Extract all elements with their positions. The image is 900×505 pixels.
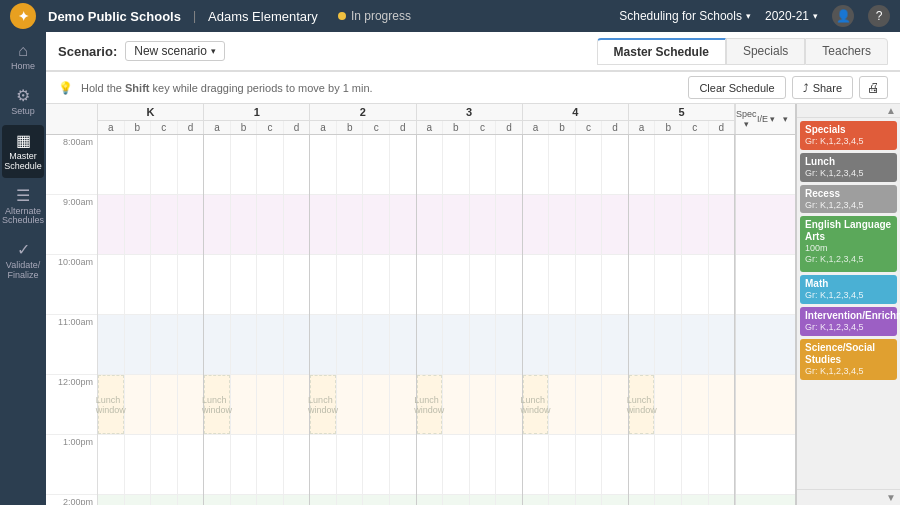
special-card-science-title: Science/Social Studies (805, 342, 892, 366)
grade-name-1: 1 (204, 104, 309, 121)
specials-panel-scroll-down[interactable]: ▼ (797, 489, 900, 505)
year-chevron-icon: ▾ (813, 11, 818, 21)
validate-icon: ✓ (17, 240, 30, 259)
scenario-chevron-icon: ▾ (211, 46, 216, 56)
scenario-label: Scenario: (58, 44, 117, 59)
special-card-math-sub: Gr: K,1,2,3,4,5 (805, 290, 892, 301)
user-icon[interactable]: 👤 (832, 5, 854, 27)
schedule-area: K a b c d 1 a (46, 104, 900, 505)
specials-cards-list: Specials Gr: K,1,2,3,4,5 Lunch Gr: K,1,2… (797, 118, 900, 489)
grade-cols-5: Lunch window (629, 135, 735, 505)
status-text: In progress (351, 9, 411, 23)
sidebar-label-setup: Setup (11, 107, 35, 117)
5-col-c: c (682, 121, 709, 134)
2-col-b: b (337, 121, 364, 134)
tab-teachers[interactable]: Teachers (805, 38, 888, 65)
toolbar-right: Clear Schedule ⤴ Share 🖨 (688, 76, 888, 99)
clear-schedule-button[interactable]: Clear Schedule (688, 76, 785, 99)
tab-master-schedule[interactable]: Master Schedule (597, 38, 726, 65)
scenario-dropdown[interactable]: New scenario ▾ (125, 41, 225, 61)
special-card-intervention-title: Intervention/Enrichment (805, 310, 892, 322)
special-card-intervention-sub: Gr: K,1,2,3,4,5 (805, 322, 892, 333)
grade-name-3: 3 (417, 104, 522, 121)
special-card-ela-duration: 100m (805, 243, 892, 254)
2-col-a: a (310, 121, 337, 134)
special-card-specials[interactable]: Specials Gr: K,1,2,3,4,5 (800, 121, 897, 150)
1-col-d: d (284, 121, 310, 134)
share-button[interactable]: ⤴ Share (792, 76, 853, 99)
special-card-intervention[interactable]: Intervention/Enrichment Gr: K,1,2,3,4,5 (800, 307, 897, 336)
tab-specials[interactable]: Specials (726, 38, 805, 65)
print-button[interactable]: 🖨 (859, 76, 888, 99)
special-card-ela-title: English Language Arts (805, 219, 892, 243)
special-card-lunch-sub: Gr: K,1,2,3,4,5 (805, 168, 892, 179)
specials-panel: ▲ Specials Gr: K,1,2,3,4,5 Lunch Gr: K,1… (795, 104, 900, 505)
status-dot (338, 12, 346, 20)
grade-cols-3: Lunch window (417, 135, 523, 505)
sidebar-item-validate[interactable]: ✓ Validate/Finalize (2, 234, 44, 287)
special-card-science[interactable]: Science/Social Studies Gr: K,1,2,3,4,5 (800, 339, 897, 380)
spec-col-label[interactable]: Spec ▾ (736, 109, 757, 129)
3-col-b: b (443, 121, 470, 134)
4-col-b: b (549, 121, 576, 134)
ie-col-label[interactable]: I/E ▾ (757, 114, 776, 124)
help-icon[interactable]: ? (868, 5, 890, 27)
time-label-900: 9:00am (46, 195, 97, 255)
k-col-d-cells[interactable] (178, 135, 204, 505)
scheduling-dropdown[interactable]: Scheduling for Schools ▾ (619, 9, 751, 23)
toolbar: 💡 Hold the Shift key while dragging peri… (46, 72, 900, 104)
k-col-c: c (151, 121, 178, 134)
k-col-d: d (178, 121, 204, 134)
sidebar-item-home[interactable]: ⌂ Home (2, 36, 44, 78)
specials-panel-scroll-up[interactable]: ▲ (797, 104, 900, 118)
app-logo[interactable]: ✦ (10, 3, 36, 29)
special-card-recess[interactable]: Recess Gr: K,1,2,3,4,5 (800, 185, 897, 214)
schedule-grid[interactable]: K a b c d 1 a (46, 104, 795, 505)
extra-col-label[interactable]: ▾ (776, 114, 795, 124)
3-col-c: c (470, 121, 497, 134)
time-rows: 8:00am 9:00am 10:00am 11:00am 12:00pm 1:… (46, 135, 795, 505)
4-col-a: a (523, 121, 550, 134)
setup-icon: ⚙ (16, 86, 30, 105)
1-col-b: b (231, 121, 258, 134)
grade-name-5: 5 (629, 104, 734, 121)
time-col-header (46, 104, 98, 134)
time-label-100: 1:00pm (46, 435, 97, 495)
grade-header-5: 5 a b c d (629, 104, 735, 134)
k-col-a-cells[interactable]: Lunch window (98, 135, 125, 505)
sidebar-label-alternate: AlternateSchedules (2, 207, 44, 227)
sidebar-item-master[interactable]: ▦ MasterSchedule (2, 125, 44, 178)
special-card-math-title: Math (805, 278, 892, 290)
time-label-1200: 12:00pm (46, 375, 97, 435)
k-col-b-cells[interactable] (125, 135, 152, 505)
time-label-1000: 10:00am (46, 255, 97, 315)
status-indicator: In progress (338, 9, 411, 23)
scroll-down-icon: ▼ (886, 492, 896, 503)
location-name: Adams Elementary (208, 9, 318, 24)
sidebar-item-setup[interactable]: ⚙ Setup (2, 80, 44, 123)
top-nav-right: Scheduling for Schools ▾ 2020-21 ▾ 👤 ? (619, 5, 890, 27)
grid-inner: K a b c d 1 a (46, 104, 795, 505)
year-dropdown[interactable]: 2020-21 ▾ (765, 9, 818, 23)
k-col-c-cells[interactable] (151, 135, 178, 505)
scheduling-label: Scheduling for Schools (619, 9, 742, 23)
special-card-recess-title: Recess (805, 188, 892, 200)
sidebar-item-alternate[interactable]: ☰ AlternateSchedules (2, 180, 44, 233)
nav-separator: | (193, 9, 196, 23)
5-col-d: d (709, 121, 735, 134)
grade-cols-4: Lunch window (523, 135, 629, 505)
special-card-science-sub: Gr: K,1,2,3,4,5 (805, 366, 892, 377)
tab-bar: Master Schedule Specials Teachers (597, 38, 888, 65)
special-card-math[interactable]: Math Gr: K,1,2,3,4,5 (800, 275, 897, 304)
sidebar-label-home: Home (11, 62, 35, 72)
special-card-lunch[interactable]: Lunch Gr: K,1,2,3,4,5 (800, 153, 897, 182)
grade-header-k: K a b c d (98, 104, 204, 134)
grade-name-4: 4 (523, 104, 628, 121)
2-col-c: c (363, 121, 390, 134)
print-icon: 🖨 (867, 80, 880, 95)
special-card-ela[interactable]: English Language Arts 100m Gr: K,1,2,3,4… (800, 216, 897, 272)
alternate-icon: ☰ (16, 186, 30, 205)
toolbar-hint: Hold the Shift key while dragging period… (81, 82, 373, 94)
grade-header-2: 2 a b c d (310, 104, 416, 134)
grade-header-4: 4 a b c d (523, 104, 629, 134)
